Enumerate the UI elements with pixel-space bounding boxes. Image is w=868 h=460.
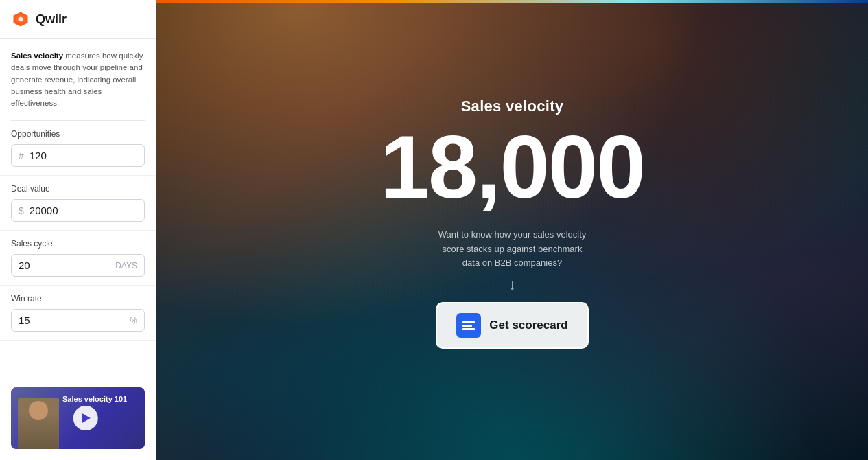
qwilr-logo-icon: [11, 10, 30, 29]
win-rate-input-wrapper[interactable]: %: [11, 309, 145, 332]
dollar-icon: $: [19, 205, 24, 216]
opportunities-label: Opportunities: [11, 129, 145, 139]
description-bold: Sales velocity: [11, 51, 63, 60]
video-person-image: [18, 398, 59, 449]
sidebar: Qwilr Sales velocity measures how quickl…: [0, 0, 156, 460]
opportunities-input-wrapper[interactable]: #: [11, 144, 145, 167]
video-label: Sales velocity 101: [62, 394, 138, 404]
scorecard-button[interactable]: Get scorecard: [436, 302, 588, 349]
description-rest: measures how quickly deals move through …: [11, 51, 143, 107]
days-suffix: DAYS: [115, 261, 137, 271]
sales-cycle-label: Sales cycle: [11, 239, 145, 249]
scorecard-icon-lines: [460, 319, 478, 333]
icon-line-3: [462, 328, 475, 330]
main-title: Sales velocity: [461, 97, 564, 115]
video-thumbnail[interactable]: Sales velocity 101: [11, 387, 145, 449]
opportunities-prefix: #: [19, 150, 24, 161]
sales-cycle-input-wrapper[interactable]: DAYS: [11, 254, 145, 277]
deal-value-input[interactable]: [30, 205, 137, 216]
deal-value-group: Deal value $: [0, 176, 156, 231]
sales-cycle-input[interactable]: [19, 260, 110, 271]
opportunities-input[interactable]: [30, 150, 137, 161]
win-rate-input[interactable]: [19, 314, 124, 326]
main-subtitle: Want to know how your sales velocity sco…: [437, 228, 588, 271]
icon-line-1: [462, 321, 475, 323]
icon-line-2: [462, 325, 472, 327]
sidebar-description: Sales velocity measures how quickly deal…: [0, 39, 156, 120]
opportunities-group: Opportunities #: [0, 121, 156, 176]
sidebar-header: Qwilr: [0, 0, 156, 39]
main-number: 18,000: [380, 122, 645, 211]
play-icon: [82, 413, 91, 423]
scorecard-label: Get scorecard: [489, 319, 567, 332]
scorecard-icon: [456, 313, 481, 338]
percent-icon: %: [130, 316, 137, 325]
win-rate-label: Win rate: [11, 294, 145, 303]
arrow-down-icon: ↓: [508, 276, 516, 294]
sales-cycle-group: Sales cycle DAYS: [0, 231, 156, 286]
brand-name: Qwilr: [36, 12, 67, 27]
video-play-button[interactable]: [73, 406, 97, 430]
main-center: Sales velocity 18,000 Want to know how y…: [156, 0, 868, 460]
win-rate-group: Win rate %: [0, 286, 156, 341]
deal-value-label: Deal value: [11, 184, 145, 194]
main-content: Sales velocity 18,000 Want to know how y…: [156, 0, 868, 460]
deal-value-input-wrapper[interactable]: $: [11, 199, 145, 222]
video-bg: Sales velocity 101: [11, 387, 145, 449]
